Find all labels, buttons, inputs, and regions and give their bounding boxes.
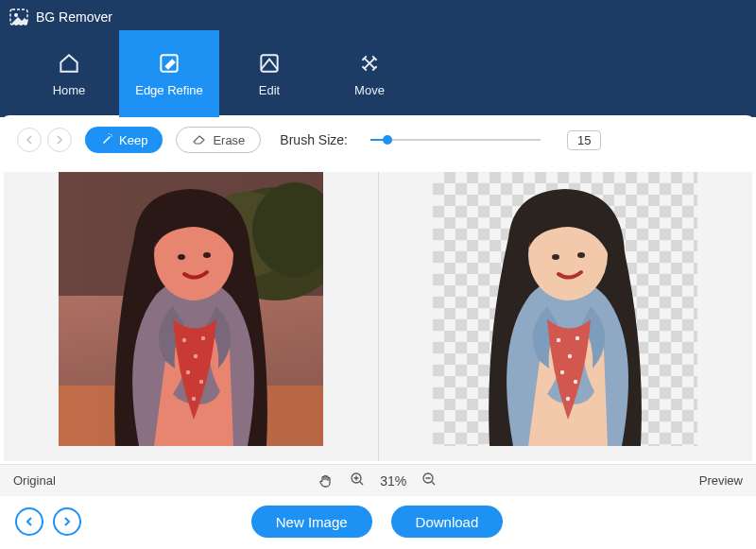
svg-point-1 (14, 13, 18, 17)
erase-label: Erase (213, 133, 245, 147)
erase-button[interactable]: Erase (176, 127, 261, 153)
redo-button[interactable] (47, 128, 72, 152)
download-button[interactable]: Download (391, 506, 504, 538)
zoom-in-button[interactable] (350, 472, 365, 489)
svg-point-23 (574, 380, 577, 384)
svg-point-17 (552, 254, 559, 260)
nav-label: Edge Refine (135, 83, 203, 97)
footer-bar: New Image Download (0, 496, 756, 547)
preview-panel[interactable] (378, 172, 753, 461)
app-title: BG Remover (36, 9, 112, 25)
svg-point-20 (568, 354, 572, 358)
brush-size-label: Brush Size: (280, 132, 348, 147)
brush-size-slider[interactable] (370, 132, 541, 147)
wand-icon (100, 132, 113, 148)
edit-icon (257, 51, 282, 76)
nav-label: Edit (259, 83, 280, 97)
prev-image-button[interactable] (15, 507, 43, 536)
original-panel[interactable] (4, 172, 378, 461)
move-icon (357, 51, 382, 76)
eraser-icon (192, 133, 207, 147)
refine-toolbar: Keep Erase Brush Size: 15 (0, 115, 756, 163)
keep-mask-overlay (59, 172, 323, 446)
status-bar: Original 31% Preview (0, 464, 756, 496)
main-nav: Home Edge Refine Edit Move (0, 30, 756, 117)
titlebar: BG Remover (0, 0, 756, 30)
brush-size-value[interactable]: 15 (567, 130, 601, 150)
preview-image (433, 172, 697, 446)
nav-edit[interactable]: Edit (219, 30, 319, 117)
zoom-controls: 31% (56, 472, 699, 489)
svg-point-24 (566, 397, 570, 401)
left-panel-label: Original (13, 473, 56, 488)
edge-refine-icon (157, 51, 181, 76)
pan-hand-button[interactable] (318, 472, 335, 489)
right-panel-label: Preview (699, 473, 743, 488)
original-image (59, 172, 323, 446)
history-controls (17, 128, 72, 152)
nav-edge-refine[interactable]: Edge Refine (119, 30, 219, 117)
svg-point-22 (560, 370, 564, 374)
app-header: BG Remover Home Edge Refine Edit Move (0, 0, 756, 117)
nav-label: Home (53, 83, 86, 97)
svg-point-21 (576, 336, 579, 340)
keep-button[interactable]: Keep (85, 127, 163, 153)
slider-thumb[interactable] (383, 135, 392, 145)
undo-button[interactable] (17, 128, 42, 152)
zoom-out-button[interactable] (421, 472, 437, 489)
svg-rect-3 (261, 55, 277, 71)
keep-label: Keep (119, 133, 147, 147)
footer-actions: New Image Download (91, 506, 663, 538)
home-icon (57, 51, 81, 76)
app-logo-icon (9, 9, 28, 26)
svg-point-18 (577, 252, 585, 258)
nav-move[interactable]: Move (319, 30, 420, 117)
new-image-button[interactable]: New Image (251, 506, 372, 538)
person-cutout-graphic (456, 172, 674, 446)
next-image-button[interactable] (53, 507, 81, 536)
svg-point-19 (557, 338, 560, 342)
zoom-level: 31% (380, 473, 406, 489)
slider-track (370, 139, 541, 141)
comparison-panels (0, 163, 756, 464)
workspace: Keep Erase Brush Size: 15 (0, 115, 756, 547)
nav-label: Move (354, 83, 385, 97)
nav-home[interactable]: Home (19, 30, 119, 117)
